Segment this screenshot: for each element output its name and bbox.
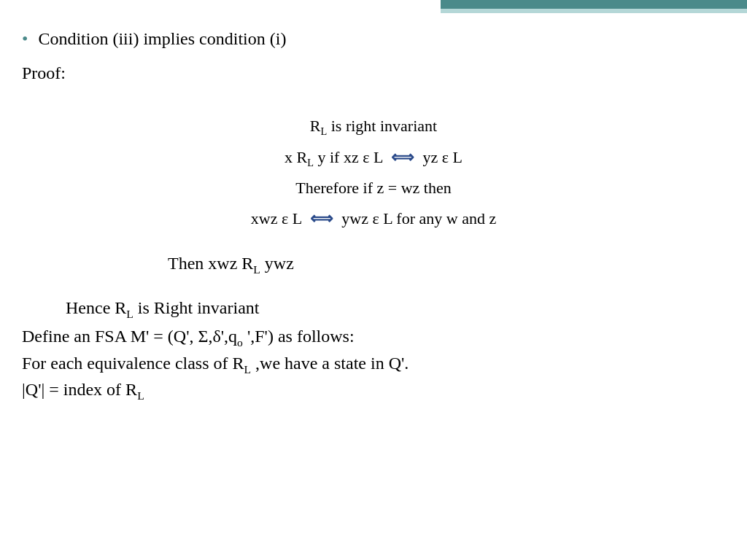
rl-label: RL bbox=[310, 117, 327, 135]
then-block: Then xwz RL ywz bbox=[22, 254, 725, 276]
yz-text: yz ε L bbox=[423, 148, 462, 166]
index-text: |Q'| = index of RL bbox=[22, 380, 144, 399]
therefore-text: Therefore if z = wz then bbox=[295, 179, 451, 197]
double-arrow-2: ⟺ bbox=[310, 205, 333, 232]
bullet-item: • Condition (iii) implies condition (i) bbox=[22, 29, 725, 49]
xwz-text: xwz ε L bbox=[251, 209, 302, 228]
l-sub6: L bbox=[137, 389, 144, 402]
l-sub4: L bbox=[126, 308, 133, 320]
formula-line-4: xwz ε L ⟺ ywz ε L for any w and z bbox=[22, 205, 725, 232]
xrl-text: x RL y bbox=[285, 148, 325, 166]
formula-line-2: x RL y if xz ε L ⟺ yz ε L bbox=[22, 144, 725, 172]
top-bar bbox=[441, 0, 747, 9]
bullet-text: Condition (iii) implies condition (i) bbox=[38, 29, 286, 49]
proof-label: Proof: bbox=[22, 63, 725, 83]
define-text: Define an FSA M' = (Q', Σ,δ',qo ',F') as… bbox=[22, 327, 355, 346]
index-line: |Q'| = index of RL bbox=[22, 380, 725, 402]
formula-block: RL is right invariant x RL y if xz ε L ⟺… bbox=[22, 112, 725, 232]
for-each-text: For each equivalence class of RL ,we hav… bbox=[22, 354, 409, 373]
l-sub2: L bbox=[307, 157, 314, 168]
l-sub3: L bbox=[253, 263, 260, 276]
then-text: Then xwz RL ywz bbox=[168, 254, 294, 273]
double-arrow-1: ⟺ bbox=[391, 144, 414, 171]
ywz-text: ywz ε L for any w and z bbox=[341, 209, 496, 228]
invariant-text: is right invariant bbox=[331, 117, 437, 135]
l-sub: L bbox=[321, 125, 328, 137]
if-text: if xz ε L bbox=[330, 148, 383, 166]
top-bar-accent bbox=[441, 9, 747, 13]
o-sub: o bbox=[237, 336, 243, 349]
main-content: • Condition (iii) implies condition (i) … bbox=[0, 0, 747, 424]
l-sub5: L bbox=[244, 362, 252, 375]
define-line: Define an FSA M' = (Q', Σ,δ',qo ',F') as… bbox=[22, 327, 725, 349]
for-each-line: For each equivalence class of RL ,we hav… bbox=[22, 354, 725, 376]
formula-line-3: Therefore if z = wz then bbox=[22, 174, 725, 201]
formula-line-1: RL is right invariant bbox=[22, 112, 725, 141]
bullet-dot: • bbox=[22, 29, 28, 49]
hence-block: Hence RL is Right invariant bbox=[22, 298, 725, 321]
hence-text: Hence RL is Right invariant bbox=[66, 298, 259, 317]
